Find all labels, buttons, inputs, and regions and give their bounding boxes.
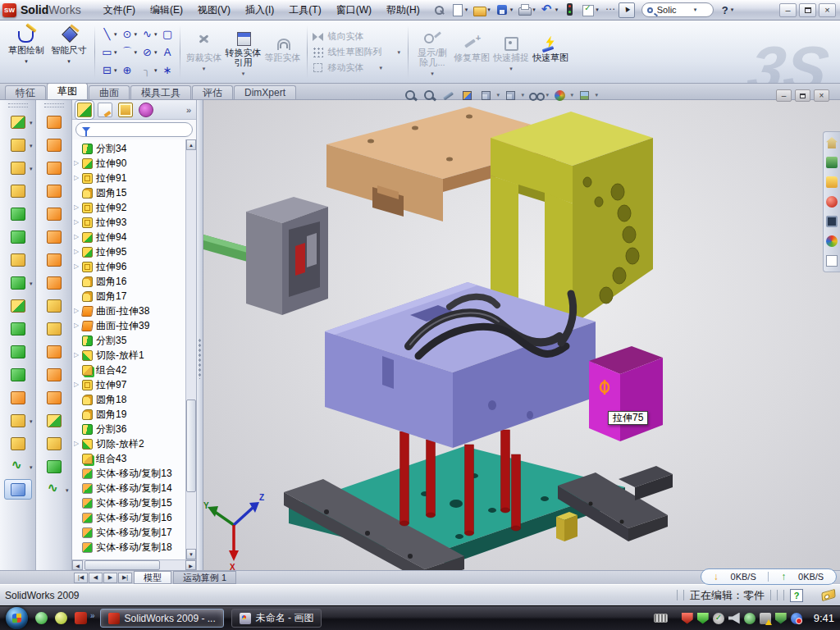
expand-arrow-icon[interactable] xyxy=(74,249,82,255)
taskbar-clock[interactable]: 9:41 xyxy=(814,612,834,624)
tree-item[interactable]: 分割35 xyxy=(74,333,185,348)
expand-arrow-icon[interactable] xyxy=(74,160,82,167)
power-icon[interactable] xyxy=(744,613,756,624)
nav-last-button[interactable]: ▶| xyxy=(118,573,132,583)
menu-help[interactable]: 帮助(H) xyxy=(379,3,427,17)
repair-sketch-button[interactable]: 修复草图 xyxy=(452,23,491,81)
split-button[interactable] xyxy=(4,318,32,339)
tree-item[interactable]: 拉伸91 xyxy=(74,171,185,185)
dropdown-arrow-icon[interactable] xyxy=(25,55,28,63)
expand-arrow-icon[interactable] xyxy=(74,263,82,270)
tree-item[interactable]: 曲面-拉伸38 xyxy=(74,304,185,318)
scroll-down-icon[interactable]: ▼ xyxy=(186,549,196,559)
body-operations-button[interactable] xyxy=(4,364,32,385)
scroll-left-icon[interactable]: ◀ xyxy=(72,560,83,570)
smart-dimension-button[interactable]: 智能尺寸 xyxy=(48,23,90,81)
extend-surface-button[interactable] xyxy=(40,364,68,385)
tree-item[interactable]: 切除-放样1 xyxy=(74,348,185,363)
hide-show-items-icon[interactable] xyxy=(528,89,542,103)
tree-item[interactable]: 分割34 xyxy=(74,141,185,156)
draft-button[interactable] xyxy=(4,249,32,270)
tree-item[interactable]: 拉伸93 xyxy=(74,215,185,230)
expand-arrow-icon[interactable] xyxy=(74,441,82,447)
tree-item[interactable]: 分割36 xyxy=(74,422,185,436)
extruded-surface-button[interactable] xyxy=(40,112,68,132)
tree-item[interactable]: 实体-移动/复制18 xyxy=(74,540,185,555)
tree-item[interactable]: 拉伸96 xyxy=(74,259,185,274)
defender-shield-icon[interactable] xyxy=(775,613,787,624)
instant3d-button[interactable] xyxy=(4,479,32,500)
close-button[interactable]: × xyxy=(819,3,836,17)
convert-entities-button[interactable]: 转换实体引用 xyxy=(224,23,263,81)
view-palette-icon[interactable] xyxy=(826,216,838,227)
tab-motion-study[interactable]: 运动算例 1 xyxy=(173,571,236,584)
nav-first-button[interactable]: |◀ xyxy=(74,573,88,583)
tab-dimxpert[interactable]: DimXpert xyxy=(234,85,296,99)
tab-features[interactable]: 特征 xyxy=(5,85,46,99)
tree-item[interactable]: 组合43 xyxy=(74,451,185,466)
arc-tool[interactable]: ⌒ xyxy=(120,43,139,61)
revolved-surface-button[interactable] xyxy=(40,135,68,155)
search-input[interactable] xyxy=(655,4,692,16)
menu-edit[interactable]: 编辑(E) xyxy=(143,3,190,17)
planar-surface-button[interactable] xyxy=(40,249,68,270)
update-check-icon[interactable] xyxy=(713,613,724,624)
boundary-surface-button[interactable] xyxy=(40,203,68,224)
linear-pattern-button[interactable] xyxy=(4,272,32,293)
tab-model[interactable]: 模型 xyxy=(134,571,171,584)
surface-curve-button[interactable] xyxy=(40,479,68,500)
tree-item[interactable]: 实体-移动/复制13 xyxy=(74,466,185,481)
appearances-scenes-icon[interactable] xyxy=(826,235,838,247)
tree-vertical-scrollbar[interactable]: ▲ ▼ xyxy=(185,139,196,559)
design-library-icon[interactable] xyxy=(826,157,838,168)
fillet-button[interactable] xyxy=(4,158,32,178)
ellipse-tool[interactable]: ⊘ xyxy=(139,43,159,61)
model-slider-block[interactable] xyxy=(589,346,663,441)
point-tool[interactable]: ∗ xyxy=(160,62,176,79)
revolved-boss-button[interactable] xyxy=(4,180,32,201)
tree-item[interactable]: 圆角16 xyxy=(74,274,185,289)
view-orientation-icon[interactable] xyxy=(479,89,493,103)
display-style-icon[interactable] xyxy=(504,89,518,103)
section-view-icon[interactable] xyxy=(460,89,474,103)
quick-launch-messenger[interactable] xyxy=(35,612,48,624)
security-shield-icon[interactable] xyxy=(697,613,709,624)
expand-arrow-icon[interactable] xyxy=(74,175,82,181)
new-document-button[interactable] xyxy=(449,2,470,18)
tree-item[interactable]: 实体-移动/复制17 xyxy=(74,525,185,540)
doc-minimize-button[interactable]: – xyxy=(776,89,792,102)
tree-item[interactable]: 实体-移动/复制15 xyxy=(74,495,185,510)
antivirus-shield-icon[interactable] xyxy=(682,613,693,624)
nav-next-button[interactable]: ▶ xyxy=(103,573,117,583)
tree-item[interactable]: 拉伸95 xyxy=(74,244,185,259)
task-paint[interactable]: 未命名 - 画图 xyxy=(231,609,322,628)
magnified-selection-icon[interactable] xyxy=(441,89,455,103)
move-copy-body-button[interactable] xyxy=(4,387,32,408)
tree-item[interactable]: 圆角18 xyxy=(74,392,185,407)
tree-item[interactable]: 拉伸90 xyxy=(74,156,185,171)
mirror-entities-button[interactable]: 镜向实体 xyxy=(312,30,404,43)
graphics-viewport[interactable]: Y Z X 拉伸75 xyxy=(203,100,840,570)
circle-tool[interactable]: ⊙ xyxy=(120,25,139,43)
dropdown-arrow-icon[interactable] xyxy=(509,62,513,70)
menu-view[interactable]: 视图(V) xyxy=(190,3,238,17)
file-explorer-icon[interactable] xyxy=(826,176,838,188)
pin-toolbar-button[interactable] xyxy=(431,2,447,18)
expand-arrow-icon[interactable] xyxy=(74,219,82,226)
tab-evaluate[interactable]: 评估 xyxy=(192,85,233,99)
doc-restore-button[interactable] xyxy=(795,89,810,102)
open-button[interactable] xyxy=(471,2,492,18)
display-delete-relations-button[interactable]: 显示/删除几... xyxy=(413,23,452,81)
menu-insert[interactable]: 插入(I) xyxy=(238,3,281,17)
overflow-button[interactable] xyxy=(602,2,619,18)
toolbar-grip[interactable] xyxy=(44,103,64,107)
polygon-tool[interactable]: ⊕ xyxy=(120,62,139,79)
tree-item[interactable]: 曲面-拉伸39 xyxy=(74,318,185,333)
network-speed-widget[interactable]: ↓ 0KB/S ↑ 0KB/S xyxy=(701,568,837,585)
offset-entities-button[interactable]: 等距实体 xyxy=(263,23,303,81)
dropdown-arrow-icon[interactable] xyxy=(431,67,434,75)
rapid-sketch-button[interactable]: 快速草图 xyxy=(531,23,570,81)
linear-sketch-pattern-button[interactable]: 线性草图阵列 xyxy=(312,46,404,58)
spline-tool[interactable]: ∿ xyxy=(139,25,159,43)
help-button[interactable]: ? xyxy=(722,4,733,16)
